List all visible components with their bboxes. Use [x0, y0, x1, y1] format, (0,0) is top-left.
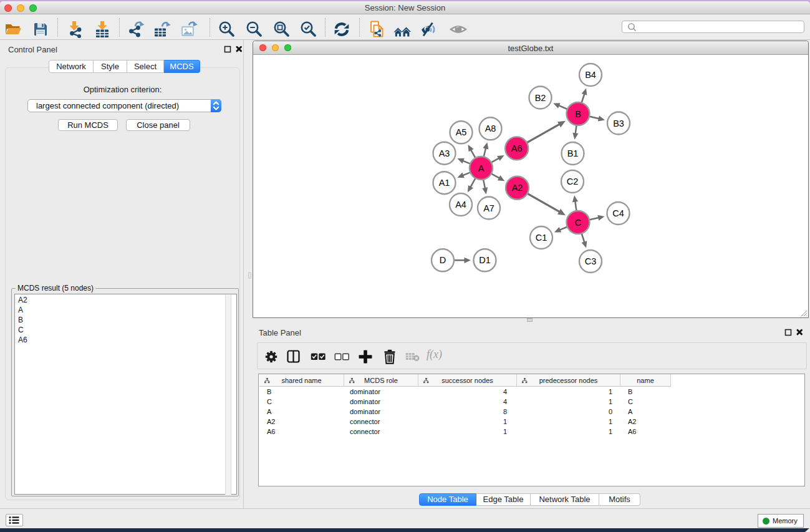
- svg-text:D1: D1: [479, 255, 491, 265]
- svg-text:B1: B1: [567, 148, 579, 158]
- svg-text:D: D: [440, 255, 446, 265]
- svg-text:A3: A3: [439, 148, 450, 158]
- svg-text:A1: A1: [439, 178, 450, 188]
- svg-text:A5: A5: [456, 127, 467, 137]
- svg-text:C2: C2: [567, 177, 579, 186]
- svg-text:B2: B2: [535, 93, 546, 103]
- svg-text:A6: A6: [511, 143, 523, 153]
- svg-text:B: B: [575, 109, 581, 119]
- svg-text:C4: C4: [612, 208, 624, 218]
- svg-text:A8: A8: [485, 123, 496, 133]
- svg-text:C: C: [575, 218, 581, 228]
- svg-text:B3: B3: [613, 118, 624, 128]
- svg-text:B4: B4: [585, 70, 596, 80]
- svg-text:A2: A2: [512, 183, 523, 193]
- svg-text:C1: C1: [536, 233, 547, 243]
- svg-text:A: A: [478, 163, 485, 173]
- svg-text:C3: C3: [585, 256, 597, 266]
- svg-text:A4: A4: [455, 200, 466, 210]
- svg-text:A7: A7: [483, 203, 494, 213]
